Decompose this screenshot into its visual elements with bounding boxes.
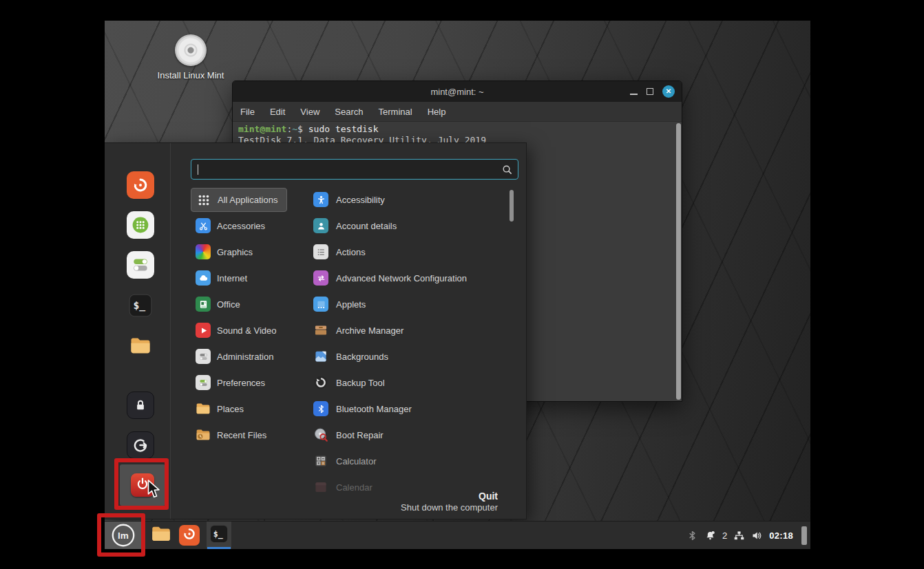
category-accessories[interactable]: Accessories bbox=[191, 213, 274, 239]
category-all-applications[interactable]: All Applications bbox=[191, 188, 287, 212]
notification-count: 2 bbox=[722, 530, 727, 541]
app-label: Actions bbox=[336, 247, 366, 257]
bluetooth-icon[interactable] bbox=[686, 530, 698, 541]
app-calculator[interactable]: Calculator bbox=[313, 448, 467, 474]
menu-help[interactable]: Help bbox=[428, 107, 446, 117]
actions-list-icon bbox=[313, 244, 328, 259]
category-label: Preferences bbox=[217, 378, 265, 388]
scissors-icon bbox=[196, 218, 211, 233]
category-label: Internet bbox=[217, 273, 247, 283]
menu-edit[interactable]: Edit bbox=[270, 107, 285, 117]
terminal-titlebar[interactable]: mint@mint: ~ ✕ bbox=[233, 81, 682, 102]
category-preferences[interactable]: Preferences bbox=[191, 369, 274, 396]
launcher-firefox[interactable] bbox=[179, 525, 200, 546]
folder-clock-icon bbox=[196, 427, 211, 442]
firefox-icon bbox=[182, 527, 196, 544]
favorite-system-settings[interactable] bbox=[127, 251, 154, 279]
category-internet[interactable]: Internet bbox=[191, 265, 256, 291]
app-boot-repair[interactable]: Boot Repair bbox=[313, 422, 467, 448]
app-label: Calculator bbox=[336, 456, 377, 466]
folder-icon bbox=[129, 336, 151, 355]
category-sound-video[interactable]: Sound & Video bbox=[191, 317, 286, 343]
play-icon bbox=[196, 323, 211, 338]
app-bluetooth-manager[interactable]: Bluetooth Manager bbox=[313, 396, 467, 422]
screen: Install Linux Mint mint@mint: ~ ✕ File E… bbox=[0, 0, 924, 569]
app-backgrounds[interactable]: Backgrounds bbox=[313, 343, 467, 369]
folder-icon bbox=[151, 524, 171, 547]
menu-search[interactable]: Search bbox=[335, 107, 363, 117]
system-tray: 2 02:18 bbox=[686, 522, 807, 549]
window-controls: ✕ bbox=[630, 81, 675, 102]
maximize-icon[interactable] bbox=[647, 88, 653, 95]
quit-description: Shut down the computer bbox=[401, 502, 498, 513]
toggles-icon bbox=[131, 255, 150, 275]
menu-scrollbar[interactable] bbox=[510, 190, 514, 222]
account-icon bbox=[313, 218, 328, 233]
favorite-terminal[interactable]: $_ bbox=[127, 292, 154, 319]
app-label: Boot Repair bbox=[336, 430, 384, 440]
terminal-scrollbar[interactable] bbox=[676, 123, 681, 400]
app-accessibility[interactable]: Accessibility bbox=[313, 186, 467, 213]
svg-text:$_: $_ bbox=[213, 529, 224, 539]
taskbar: lm $_ 2 02:18 bbox=[105, 521, 810, 549]
app-account-details[interactable]: Account details bbox=[313, 213, 467, 239]
category-label: Sound & Video bbox=[217, 325, 277, 336]
app-label: Archive Manager bbox=[336, 325, 403, 336]
category-administration[interactable]: Administration bbox=[191, 343, 282, 369]
folder-icon bbox=[196, 401, 211, 416]
launcher-files[interactable] bbox=[150, 524, 172, 546]
show-desktop-button[interactable] bbox=[801, 526, 807, 545]
taskbar-window-terminal[interactable]: $_ bbox=[207, 522, 231, 549]
cd-disc-icon bbox=[175, 34, 207, 66]
desktop-icon-install-linux-mint[interactable]: Install Linux Mint bbox=[153, 34, 229, 80]
app-applets[interactable]: Applets bbox=[313, 291, 467, 317]
archive-icon bbox=[313, 323, 328, 338]
mouse-cursor-icon bbox=[146, 479, 161, 500]
speaker-icon[interactable] bbox=[751, 530, 763, 541]
menu-view[interactable]: View bbox=[300, 107, 319, 117]
accessibility-icon bbox=[313, 192, 328, 207]
category-places[interactable]: Places bbox=[191, 396, 253, 422]
menu-terminal[interactable]: Terminal bbox=[379, 107, 412, 117]
favorite-software-manager[interactable] bbox=[127, 211, 154, 239]
app-advanced-network-configuration[interactable]: Advanced Network Configuration bbox=[313, 265, 467, 291]
quit-label: Quit bbox=[401, 491, 498, 502]
category-office[interactable]: Office bbox=[191, 291, 249, 317]
favorite-files[interactable] bbox=[127, 332, 154, 359]
menu-file[interactable]: File bbox=[240, 107, 255, 117]
category-recent-files[interactable]: Recent Files bbox=[191, 422, 275, 448]
calculator-icon bbox=[313, 453, 328, 469]
category-label: Accessories bbox=[217, 221, 265, 231]
category-label: Places bbox=[217, 404, 244, 414]
annotation-box-menu-button bbox=[97, 513, 145, 557]
search-icon bbox=[501, 164, 513, 175]
app-label: Applets bbox=[336, 299, 366, 310]
application-list: Accessibility Account details Actions Ad… bbox=[313, 186, 467, 500]
favorite-firefox[interactable] bbox=[127, 171, 154, 199]
category-graphics[interactable]: Graphics bbox=[191, 239, 262, 265]
clock[interactable]: 02:18 bbox=[769, 530, 793, 541]
app-archive-manager[interactable]: Archive Manager bbox=[313, 317, 467, 343]
logout-button[interactable] bbox=[127, 431, 154, 459]
quit-button[interactable]: Quit Shut down the computer bbox=[401, 491, 498, 513]
minimize-icon[interactable] bbox=[630, 94, 638, 95]
app-backup-tool[interactable]: Backup Tool bbox=[313, 369, 467, 396]
taskbar-launchers: $_ bbox=[150, 522, 231, 549]
window-title: mint@mint: ~ bbox=[430, 87, 483, 97]
backup-icon bbox=[313, 375, 328, 390]
lock-screen-button[interactable] bbox=[127, 391, 154, 419]
terminal-icon: $_ bbox=[127, 292, 154, 319]
close-icon[interactable]: ✕ bbox=[662, 85, 675, 98]
search-input[interactable] bbox=[191, 159, 518, 180]
network-arrows-icon bbox=[313, 270, 328, 286]
bell-icon[interactable] bbox=[704, 530, 716, 541]
wired-network-icon[interactable] bbox=[733, 530, 745, 541]
app-actions[interactable]: Actions bbox=[313, 239, 467, 265]
boot-repair-icon bbox=[313, 427, 328, 442]
rainbow-icon bbox=[196, 244, 211, 259]
svg-text:$_: $_ bbox=[133, 299, 145, 312]
backgrounds-icon bbox=[313, 349, 328, 364]
category-list: All Applications Accessories Graphics In… bbox=[191, 186, 287, 448]
grid-icon bbox=[196, 193, 211, 208]
category-label: Administration bbox=[217, 352, 273, 362]
